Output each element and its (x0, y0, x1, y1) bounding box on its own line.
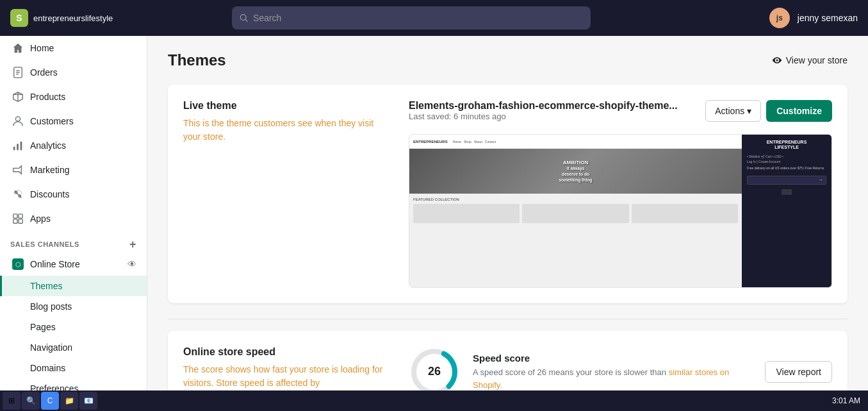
search-input[interactable] (253, 13, 583, 23)
page-title: Themes (168, 51, 226, 69)
sidebar-subitem-preferences-label: Preferences (30, 383, 78, 390)
live-theme-desc: This is the theme customers see when the… (183, 117, 388, 144)
theme-preview-inner: ENTREPRENEURS Home Shop About Contact (409, 135, 831, 287)
view-report-label: View report (776, 367, 821, 377)
arrow-icon: → (818, 177, 823, 183)
sidebar-subitem-blog-posts[interactable]: Blog posts (0, 296, 147, 317)
live-theme-section: Live theme This is the theme customers s… (183, 100, 832, 288)
sidebar-item-marketing[interactable]: Marketing (0, 158, 147, 182)
speed-gauge: 26 (409, 346, 460, 390)
view-store-label: View your store (786, 55, 848, 65)
preview-featured-label: FEATURED COLLECTION (413, 197, 738, 201)
theme-header: Elements-groham-fashion-ecommerce-shopif… (409, 100, 832, 129)
username: jenny semexan (798, 13, 858, 23)
chevron-down-icon: ▾ (747, 106, 751, 116)
sidebar-subitem-navigation[interactable]: Navigation (0, 337, 147, 358)
preview-grid-item (413, 204, 520, 223)
preview-nav: Home Shop About Contact (453, 140, 496, 144)
preview-right-link: • Wishlist 🛒 Cart • USD • (747, 155, 826, 158)
taskbar: ⊞ 🔍 C 📁 📧 3:01 AM (0, 390, 868, 411)
eye-icon[interactable]: 👁 (127, 259, 136, 269)
sidebar-item-customers-label: Customers (30, 116, 74, 126)
preview-nav-item: Shop (464, 140, 471, 144)
taskbar-chrome[interactable]: C (41, 392, 59, 410)
preview-content-area: FEATURED COLLECTION (409, 194, 742, 227)
actions-button[interactable]: Actions ▾ (705, 100, 761, 122)
preview-right-top: ENTREPRENEURSLIFESTYLE • Wishlist 🛒 Cart… (742, 135, 831, 199)
store-logo: S entrepreneurslifestyle (10, 9, 138, 27)
sidebar-item-analytics[interactable]: Analytics (0, 133, 147, 158)
store-name: entrepreneurslifestyle (33, 13, 113, 23)
sidebar-subitem-themes[interactable]: Themes (0, 276, 147, 296)
preview-sidebar-right: ENTREPRENEURSLIFESTYLE • Wishlist 🛒 Cart… (742, 135, 831, 287)
preview-right-links: • Wishlist 🛒 Cart • USD • Log In | Creat… (747, 155, 826, 164)
sidebar-subitem-pages-label: Pages (30, 322, 56, 332)
search-icon (240, 13, 248, 22)
speed-desc-normal: A speed score of 26 means your store is … (473, 367, 666, 377)
live-theme-right: Elements-groham-fashion-ecommerce-shopif… (409, 100, 832, 288)
content-area: Themes View your store Live theme This i… (147, 36, 868, 390)
products-icon (12, 91, 24, 103)
preview-logo: ENTREPRENEURS (413, 140, 448, 144)
sidebar-item-apps[interactable]: Apps (0, 206, 147, 231)
marketing-icon (12, 164, 24, 176)
theme-saved: Last saved: 6 minutes ago (409, 112, 678, 121)
taskbar-mail[interactable]: 📧 (79, 392, 97, 410)
svg-text:26: 26 (428, 365, 441, 378)
live-theme-title: Live theme (183, 100, 388, 112)
customers-icon (12, 115, 24, 127)
sidebar-item-customers[interactable]: Customers (0, 109, 147, 133)
sidebar-subitem-preferences[interactable]: Preferences (0, 378, 147, 390)
sidebar-item-online-store[interactable]: ⬡ Online Store 👁 (0, 253, 147, 276)
sidebar-subitem-domains[interactable]: Domains (0, 358, 147, 378)
taskbar-time: 3:01 AM (832, 396, 865, 405)
sidebar-item-products[interactable]: Products (0, 85, 147, 109)
add-sales-channel-button[interactable]: + (129, 239, 136, 250)
speed-left: Online store speed The score shows how f… (183, 346, 388, 390)
home-icon (12, 42, 24, 54)
sidebar-item-home-label: Home (30, 43, 54, 53)
sidebar-item-home[interactable]: Home (0, 36, 147, 60)
taskbar-search[interactable]: 🔍 (22, 392, 40, 410)
view-store-link[interactable]: View your store (772, 55, 848, 65)
preview-right-link: Log In | Create Account (747, 160, 826, 164)
actions-label: Actions (715, 106, 744, 116)
sidebar-item-analytics-label: Analytics (30, 140, 66, 151)
sidebar-subitem-pages[interactable]: Pages (0, 317, 147, 337)
svg-rect-10 (17, 144, 19, 150)
svg-line-14 (15, 191, 22, 198)
eye-icon (772, 55, 782, 65)
sidebar-item-orders[interactable]: Orders (0, 60, 147, 85)
sidebar-item-apps-label: Apps (30, 214, 51, 224)
sidebar-item-marketing-label: Marketing (30, 165, 69, 175)
live-theme-card: Live theme This is the theme customers s… (168, 85, 848, 303)
avatar: js (769, 8, 790, 28)
sidebar-subitem-domains-label: Domains (30, 363, 65, 373)
svg-line-1 (245, 19, 247, 21)
preview-right-hamburger (747, 190, 826, 194)
customize-button[interactable]: Customize (766, 100, 832, 122)
preview-hero-text: AMBITIONit alwaysdeserve to dosomething … (559, 160, 593, 183)
theme-name-block: Elements-groham-fashion-ecommerce-shopif… (409, 100, 678, 129)
svg-rect-16 (19, 214, 22, 218)
preview-grid (413, 204, 738, 223)
online-store-label: Online Store (30, 259, 80, 269)
online-store-icon: ⬡ (12, 258, 24, 270)
taskbar-start[interactable]: ⊞ (3, 392, 20, 410)
sales-channels-section: SALES CHANNELS + (0, 231, 147, 253)
taskbar-files[interactable]: 📁 (60, 392, 78, 410)
preview-hero: AMBITIONit alwaysdeserve to dosomething … (409, 149, 742, 194)
preview-grid-item (522, 204, 628, 223)
sidebar-subitem-themes-label: Themes (30, 281, 63, 291)
speed-right: 26 Speed score A speed score of 26 means… (409, 346, 832, 390)
sidebar-scroll: Home Orders Products Customers (0, 36, 147, 390)
topbar: S entrepreneurslifestyle js jenny semexa… (0, 0, 868, 36)
customize-label: Customize (776, 106, 822, 116)
search-bar[interactable] (232, 6, 591, 29)
view-report-button[interactable]: View report (765, 361, 832, 383)
theme-name: Elements-groham-fashion-ecommerce-shopif… (409, 100, 678, 112)
speed-score-label: Speed score (473, 353, 752, 364)
sidebar-item-discounts[interactable]: Discounts (0, 182, 147, 206)
svg-rect-17 (13, 219, 17, 223)
page-header: Themes View your store (168, 51, 848, 69)
